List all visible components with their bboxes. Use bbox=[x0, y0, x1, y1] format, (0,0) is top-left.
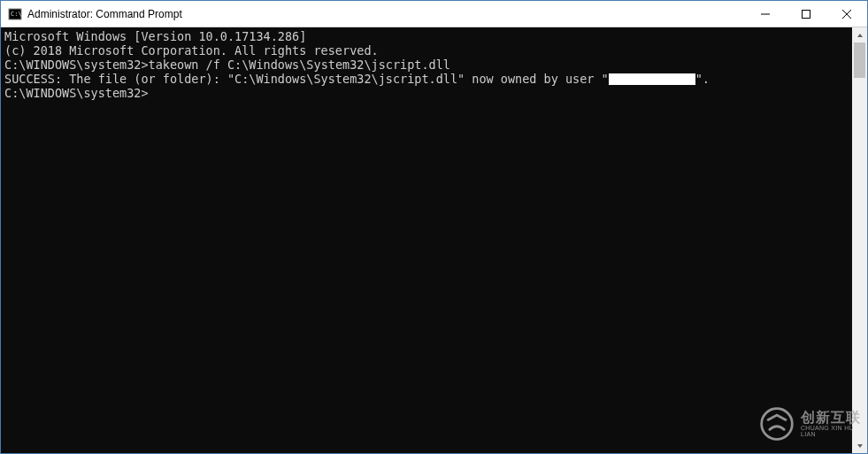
terminal-line: SUCCESS: The file (or folder): "C:\Windo… bbox=[4, 72, 849, 86]
close-button[interactable] bbox=[826, 1, 867, 27]
terminal-output[interactable]: Microsoft Windows [Version 10.0.17134.28… bbox=[1, 27, 852, 453]
terminal-line: C:\WINDOWS\system32> bbox=[4, 86, 849, 100]
svg-marker-6 bbox=[857, 34, 863, 37]
success-text: ". bbox=[695, 72, 710, 86]
terminal-line: Microsoft Windows [Version 10.0.17134.28… bbox=[4, 29, 849, 43]
svg-rect-3 bbox=[803, 11, 810, 19]
vertical-scrollbar[interactable] bbox=[852, 27, 867, 453]
scrollbar-track[interactable] bbox=[852, 42, 867, 438]
scroll-up-button[interactable] bbox=[852, 27, 867, 42]
success-text: SUCCESS: The file (or folder): "C:\Windo… bbox=[4, 72, 609, 86]
command-text: takeown /f C:\Windows\System32\jscript.d… bbox=[149, 58, 450, 72]
scroll-down-button[interactable] bbox=[852, 438, 867, 453]
minimize-button[interactable] bbox=[745, 1, 786, 27]
prompt-path: C:\WINDOWS\system32> bbox=[4, 58, 149, 72]
titlebar[interactable]: C:\ Administrator: Command Prompt bbox=[1, 1, 867, 27]
scrollbar-thumb[interactable] bbox=[854, 42, 865, 78]
terminal-line: (c) 2018 Microsoft Corporation. All righ… bbox=[4, 43, 849, 58]
window-title: Administrator: Command Prompt bbox=[27, 8, 745, 20]
command-prompt-window: C:\ Administrator: Command Prompt Micros… bbox=[0, 0, 868, 454]
client-area: Microsoft Windows [Version 10.0.17134.28… bbox=[1, 27, 867, 453]
cmd-icon: C:\ bbox=[8, 7, 22, 21]
svg-text:C:\: C:\ bbox=[11, 11, 22, 18]
terminal-line: C:\WINDOWS\system32>takeown /f C:\Window… bbox=[4, 58, 849, 72]
window-controls bbox=[745, 1, 867, 27]
maximize-button[interactable] bbox=[786, 1, 826, 27]
svg-marker-7 bbox=[857, 444, 863, 448]
prompt-path: C:\WINDOWS\system32> bbox=[4, 86, 149, 100]
redacted-username bbox=[609, 73, 695, 85]
